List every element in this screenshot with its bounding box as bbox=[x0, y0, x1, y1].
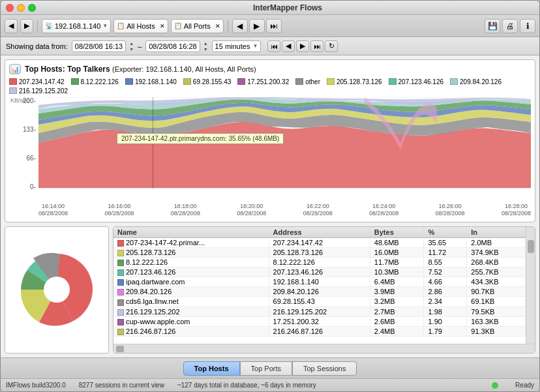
start-time-down[interactable]: ▼ bbox=[129, 46, 134, 52]
tab-top-ports-label: Top Ports bbox=[251, 365, 281, 372]
table-row[interactable]: 216.246.87.126 216.246.87.126 2.4MB 1.79… bbox=[113, 326, 526, 336]
chart-title: Top Hosts: Top Talkers (Exporter: 192.16… bbox=[25, 65, 256, 74]
main-window: InterMapper Flows ◀ ▶ 📡 192.168.1.140 ▼ … bbox=[0, 0, 540, 392]
end-time-down[interactable]: ▼ bbox=[203, 46, 208, 52]
cell-in-2: 268.4KB bbox=[467, 258, 526, 267]
table-row[interactable]: 207.123.46.126 207.123.46.126 10.3MB 7.5… bbox=[113, 267, 526, 277]
tab-top-hosts-label: Top Hosts bbox=[194, 365, 229, 372]
close-button[interactable] bbox=[6, 4, 14, 12]
legend-label-7: 207.123.46.126 bbox=[398, 78, 444, 85]
table-row[interactable]: ipaq.dartware.com 192.168.1.140 6.4MB 4.… bbox=[113, 277, 526, 287]
back-button[interactable]: ◀ bbox=[5, 19, 18, 33]
cell-in-3: 255.7KB bbox=[467, 267, 526, 277]
cell-name-6: cds6.lga.llnw.net bbox=[113, 297, 269, 307]
chart-panel: 📊 Top Hosts: Top Talkers (Exporter: 192.… bbox=[5, 59, 535, 222]
table-row[interactable]: cup-www.apple.com 17.251.200.32 2.6MB 1.… bbox=[113, 316, 526, 326]
time-next-button[interactable]: ▶ bbox=[296, 40, 309, 52]
time-refresh-button[interactable]: ↻ bbox=[325, 40, 338, 52]
end-time-up[interactable]: ▲ bbox=[203, 40, 208, 46]
x-label-6: 16:26:0008/28/2008 bbox=[436, 203, 465, 218]
time-first-button[interactable]: ⏮ bbox=[267, 40, 280, 52]
h-scrollbar[interactable] bbox=[113, 344, 535, 353]
next-nav-button[interactable]: ▶ bbox=[249, 19, 265, 33]
cell-pct-6: 2.34 bbox=[424, 297, 467, 307]
y-label-0: KB/sec bbox=[10, 97, 29, 104]
col-header-pct[interactable]: % bbox=[424, 227, 467, 238]
save-button[interactable]: 💾 bbox=[485, 19, 500, 33]
table-row[interactable]: 216.129.125.202 216.129.125.202 2.7MB 1.… bbox=[113, 307, 526, 316]
maximize-button[interactable] bbox=[28, 4, 36, 12]
hosts-tab-label: All Hosts bbox=[127, 22, 155, 30]
table-row[interactable]: 209.84.20.126 209.84.20.126 3.9MB 2.86 9… bbox=[113, 287, 526, 297]
chart-settings-button[interactable]: 📊 bbox=[9, 64, 21, 74]
exporter-select[interactable]: 📡 192.168.1.140 ▼ bbox=[42, 19, 111, 33]
row-swatch-5 bbox=[117, 289, 124, 295]
window-title: InterMapper Flows bbox=[41, 3, 534, 12]
duration-arrow: ▼ bbox=[252, 43, 258, 49]
duration-select[interactable]: 15 minutes ▼ bbox=[212, 40, 262, 52]
cell-name-2: 8.12.222.126 bbox=[113, 258, 269, 267]
tab-top-sessions[interactable]: Top Sessions bbox=[292, 361, 357, 376]
table-row[interactable]: 205.128.73.126 205.128.73.126 16.0MB 11.… bbox=[113, 247, 526, 257]
table-row[interactable]: 8.12.222.126 8.12.222.126 11.7MB 8.55 26… bbox=[113, 258, 526, 267]
tabs-bar: Top Hosts Top Ports Top Sessions bbox=[1, 357, 539, 378]
cell-address-0: 207.234.147.42 bbox=[269, 237, 370, 247]
cell-bytes-6: 3.2MB bbox=[370, 297, 424, 307]
table-container: Name Address Bytes % In 207-234-147-42.p… bbox=[113, 226, 535, 354]
scrollbar-thumb[interactable] bbox=[528, 240, 534, 253]
col-header-address[interactable]: Address bbox=[269, 227, 370, 238]
table-row[interactable]: 207-234-147-42.primar... 207.234.147.42 … bbox=[113, 237, 526, 247]
legend-item-5: other bbox=[295, 78, 320, 85]
cell-pct-0: 35.65 bbox=[424, 237, 467, 247]
chart-canvas: 207-234-147-42.ptr.primarydns.com: 35.65… bbox=[38, 97, 531, 202]
end-time-input[interactable]: 08/28/08 16:28 bbox=[145, 40, 200, 52]
info-button[interactable]: ℹ bbox=[520, 19, 535, 33]
cell-pct-9: 1.79 bbox=[424, 326, 467, 336]
cell-in-6: 69.1KB bbox=[467, 297, 526, 307]
end-time-stepper[interactable]: ▲ ▼ bbox=[203, 40, 208, 52]
table-row[interactable]: cds6.lga.llnw.net 69.28.155.43 3.2MB 2.3… bbox=[113, 297, 526, 307]
cell-name-3: 207.123.46.126 bbox=[113, 267, 269, 277]
row-swatch-9 bbox=[117, 329, 124, 335]
start-time-stepper[interactable]: ▲ ▼ bbox=[129, 40, 134, 52]
start-time-input[interactable]: 08/28/08 16:13 bbox=[72, 40, 126, 52]
cell-bytes-4: 6.4MB bbox=[370, 277, 424, 287]
minimize-button[interactable] bbox=[17, 4, 25, 12]
legend-label-2: 192.168.1.140 bbox=[135, 78, 177, 85]
pie-chart-container bbox=[5, 226, 109, 354]
exporter-value: 192.168.1.140 bbox=[55, 22, 100, 30]
prev-nav-button[interactable]: ◀ bbox=[232, 19, 248, 33]
h-scrollbar-thumb[interactable] bbox=[116, 346, 124, 352]
legend-label-0: 207.234.147.42 bbox=[19, 78, 65, 85]
legend-label-6: 205.128.73.126 bbox=[337, 78, 382, 85]
col-header-bytes[interactable]: Bytes bbox=[370, 227, 424, 238]
chart-subtitle: (Exporter: 192.168.1.140, All Hosts, All… bbox=[112, 65, 256, 73]
last-nav-button[interactable]: ⏭ bbox=[266, 19, 282, 33]
ports-tab[interactable]: 📋 All Ports ✕ bbox=[171, 19, 224, 33]
forward-button[interactable]: ▶ bbox=[20, 19, 33, 33]
print-button[interactable]: 🖨 bbox=[502, 19, 518, 33]
hosts-tab-close[interactable]: ✕ bbox=[160, 23, 165, 29]
cell-address-5: 209.84.20.126 bbox=[269, 287, 370, 297]
table-header-row: Name Address Bytes % In bbox=[113, 227, 526, 238]
pie-chart bbox=[11, 244, 102, 335]
col-header-in[interactable]: In bbox=[467, 227, 526, 238]
legend-label-9: 216.129.125.202 bbox=[19, 87, 68, 95]
row-swatch-6 bbox=[117, 299, 124, 306]
hosts-tab[interactable]: 📋 All Hosts ✕ bbox=[113, 19, 168, 33]
time-prev-button[interactable]: ◀ bbox=[282, 40, 295, 52]
ports-tab-close[interactable]: ✕ bbox=[215, 23, 220, 29]
scrollbar[interactable] bbox=[526, 227, 535, 344]
start-time-up[interactable]: ▲ bbox=[129, 40, 134, 46]
col-header-name[interactable]: Name bbox=[113, 227, 269, 238]
tab-top-hosts[interactable]: Top Hosts bbox=[183, 361, 240, 376]
status-sessions: 8277 sessions in current view bbox=[79, 382, 164, 389]
cell-bytes-2: 11.7MB bbox=[370, 258, 424, 267]
time-last-button[interactable]: ⏭ bbox=[310, 40, 323, 52]
tab-top-ports[interactable]: Top Ports bbox=[240, 361, 292, 376]
table-scroll[interactable]: Name Address Bytes % In 207-234-147-42.p… bbox=[113, 227, 526, 344]
legend-swatch-0 bbox=[9, 78, 17, 85]
x-label-7: 16:28:0008/28/2008 bbox=[502, 203, 531, 218]
legend-swatch-5 bbox=[295, 78, 303, 85]
legend-item-3: 69.28.155.43 bbox=[183, 78, 231, 85]
